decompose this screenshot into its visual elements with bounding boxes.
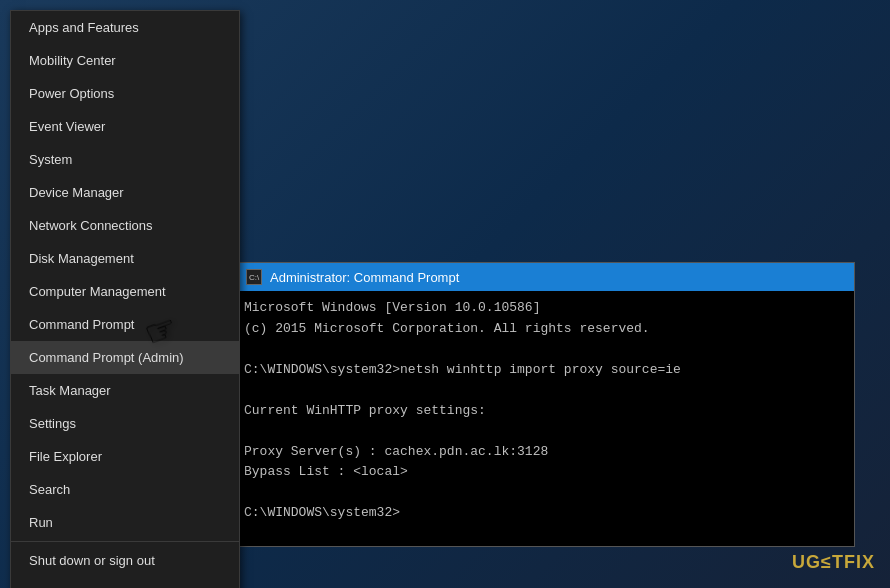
cmd-line: C:\WINDOWS\system32> xyxy=(244,503,846,523)
menu-divider xyxy=(11,541,239,542)
cmd-icon: C:\ xyxy=(246,269,262,285)
menu-item-power-options[interactable]: Power Options xyxy=(11,77,239,110)
watermark: UG≤TFIX xyxy=(792,552,875,573)
context-menu: Apps and FeaturesMobility CenterPower Op… xyxy=(10,10,240,588)
cmd-line xyxy=(244,339,846,359)
menu-item-disk-management[interactable]: Disk Management xyxy=(11,242,239,275)
menu-item-computer-management[interactable]: Computer Management xyxy=(11,275,239,308)
menu-item-event-viewer[interactable]: Event Viewer xyxy=(11,110,239,143)
cmd-line: (c) 2015 Microsoft Corporation. All righ… xyxy=(244,319,846,339)
desktop: Apps and FeaturesMobility CenterPower Op… xyxy=(0,0,890,588)
cmd-title: Administrator: Command Prompt xyxy=(270,270,459,285)
menu-item-command-prompt[interactable]: Command Prompt xyxy=(11,308,239,341)
menu-item-run[interactable]: Run xyxy=(11,506,239,539)
cmd-line: C:\WINDOWS\system32>netsh winhttp import… xyxy=(244,360,846,380)
menu-item-mobility-center[interactable]: Mobility Center xyxy=(11,44,239,77)
menu-item-settings[interactable]: Settings xyxy=(11,407,239,440)
cmd-line: Proxy Server(s) : cachex.pdn.ac.lk:3128 xyxy=(244,442,846,462)
cmd-line: Bypass List : <local> xyxy=(244,462,846,482)
menu-item-system[interactable]: System xyxy=(11,143,239,176)
cmd-line: Current WinHTTP proxy settings: xyxy=(244,401,846,421)
cmd-line xyxy=(244,380,846,400)
menu-item-command-prompt-admin[interactable]: Command Prompt (Admin) xyxy=(11,341,239,374)
cmd-line xyxy=(244,421,846,441)
menu-item-desktop[interactable]: Desktop xyxy=(11,577,239,588)
cmd-titlebar: C:\ Administrator: Command Prompt xyxy=(236,263,854,291)
menu-item-task-manager[interactable]: Task Manager xyxy=(11,374,239,407)
cmd-line xyxy=(244,483,846,503)
cmd-window[interactable]: C:\ Administrator: Command Prompt Micros… xyxy=(235,262,855,547)
menu-item-device-manager[interactable]: Device Manager xyxy=(11,176,239,209)
menu-item-apps-features[interactable]: Apps and Features xyxy=(11,11,239,44)
menu-item-network-connections[interactable]: Network Connections xyxy=(11,209,239,242)
menu-item-file-explorer[interactable]: File Explorer xyxy=(11,440,239,473)
menu-item-search[interactable]: Search xyxy=(11,473,239,506)
cmd-line: Microsoft Windows [Version 10.0.10586] xyxy=(244,298,846,318)
menu-item-shut-down[interactable]: Shut down or sign out xyxy=(11,544,239,577)
cmd-body[interactable]: Microsoft Windows [Version 10.0.10586](c… xyxy=(236,291,854,542)
